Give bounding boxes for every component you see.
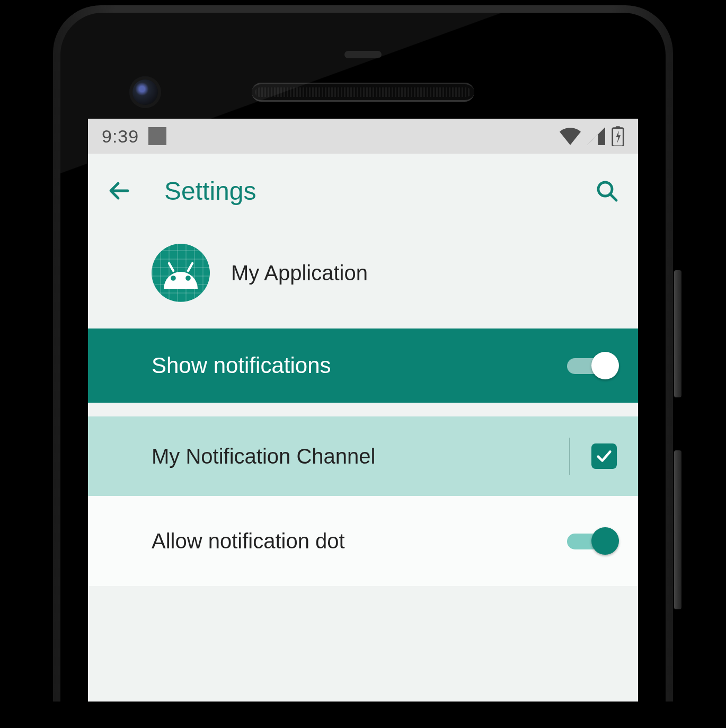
phone-frame: 9:39 [53, 5, 673, 702]
app-icon [152, 244, 210, 302]
app-bar: Settings [88, 154, 638, 228]
phone-side-button [674, 270, 681, 397]
svg-rect-0 [613, 128, 624, 146]
notification-channel-checkbox[interactable] [591, 443, 617, 469]
notification-channel-label: My Notification Channel [152, 445, 375, 468]
notification-channel-row[interactable]: My Notification Channel [88, 416, 638, 496]
show-notifications-switch[interactable] [567, 352, 617, 379]
svg-rect-1 [616, 126, 621, 128]
battery-charging-icon [612, 126, 624, 146]
status-bar: 9:39 [88, 119, 638, 154]
allow-notification-dot-row[interactable]: Allow notification dot [88, 496, 638, 586]
phone-side-button [674, 450, 681, 609]
allow-notification-dot-label: Allow notification dot [152, 529, 345, 553]
vertical-divider [569, 438, 570, 475]
phone-speaker [252, 83, 474, 102]
svg-line-3 [610, 194, 616, 200]
search-button[interactable] [588, 172, 625, 209]
app-bar-title: Settings [164, 176, 256, 206]
svg-line-6 [169, 263, 173, 271]
status-placeholder-icon [148, 127, 166, 145]
app-header-row[interactable]: My Application [88, 228, 638, 329]
back-button[interactable] [101, 172, 138, 209]
wifi-icon [560, 127, 581, 145]
phone-sensor [344, 51, 382, 58]
svg-point-5 [185, 276, 191, 281]
cell-signal-icon [587, 127, 605, 145]
app-name-label: My Application [231, 261, 368, 285]
show-notifications-row[interactable]: Show notifications [88, 329, 638, 403]
status-clock: 9:39 [102, 126, 139, 147]
screen: 9:39 [88, 119, 638, 702]
phone-camera [129, 76, 161, 108]
show-notifications-label: Show notifications [152, 353, 331, 378]
svg-point-4 [171, 276, 176, 281]
svg-line-7 [188, 263, 192, 271]
allow-notification-dot-switch[interactable] [567, 527, 617, 555]
